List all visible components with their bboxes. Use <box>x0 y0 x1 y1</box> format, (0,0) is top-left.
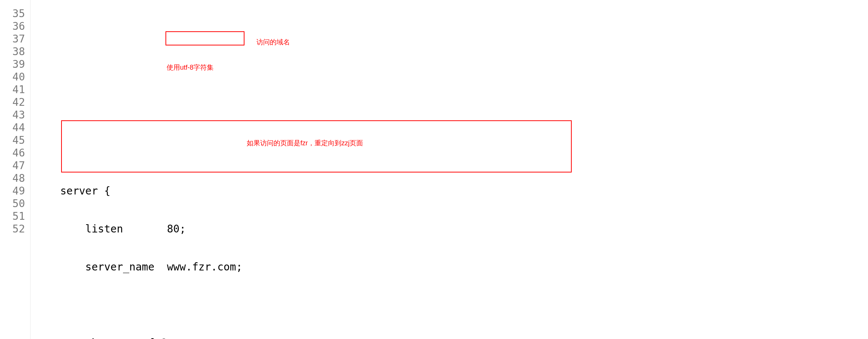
line-number: 35 <box>0 7 25 20</box>
line-number-gutter: 35 36 37 38 39 40 41 42 43 44 45 46 47 4… <box>0 0 31 339</box>
code-text-highlighted: www.fzr.com; <box>167 261 242 273</box>
line-number: 46 <box>0 147 25 159</box>
line-number: 43 <box>0 109 25 121</box>
line-number: 44 <box>0 121 25 134</box>
line-number: 52 <box>0 223 25 235</box>
code-line: server_name www.fzr.com; <box>35 261 868 273</box>
line-number: 51 <box>0 210 25 223</box>
code-editor: 35 36 37 38 39 40 41 42 43 44 45 46 47 4… <box>0 0 868 339</box>
code-line: server { <box>35 185 868 197</box>
line-number: 48 <box>0 172 25 185</box>
annotation-rewrite: 如果访问的页面是fzr，重定向到zzj页面 <box>247 137 363 149</box>
line-number: 42 <box>0 96 25 109</box>
line-number: 37 <box>0 33 25 45</box>
code-line: listen 80; <box>35 223 868 235</box>
annotation-domain: 访问的域名 <box>256 36 290 48</box>
highlight-box-server-name <box>165 31 244 45</box>
line-number: 45 <box>0 134 25 147</box>
code-area[interactable]: 访问的域名 使用utf-8字符集 如果访问的页面是fzr，重定向到zzj页面 s… <box>31 0 868 339</box>
line-number: 40 <box>0 71 25 83</box>
line-number: 36 <box>0 20 25 33</box>
line-number: 47 <box>0 159 25 172</box>
code-line <box>35 299 868 311</box>
line-number: 49 <box>0 185 25 197</box>
line-number: 41 <box>0 83 25 96</box>
code-text: server_name <box>35 261 167 273</box>
code-line: charset utf-8; <box>35 337 868 339</box>
line-number: 38 <box>0 45 25 58</box>
annotation-charset: 使用utf-8字符集 <box>167 61 214 74</box>
line-number: 39 <box>0 58 25 71</box>
line-number: 50 <box>0 197 25 210</box>
